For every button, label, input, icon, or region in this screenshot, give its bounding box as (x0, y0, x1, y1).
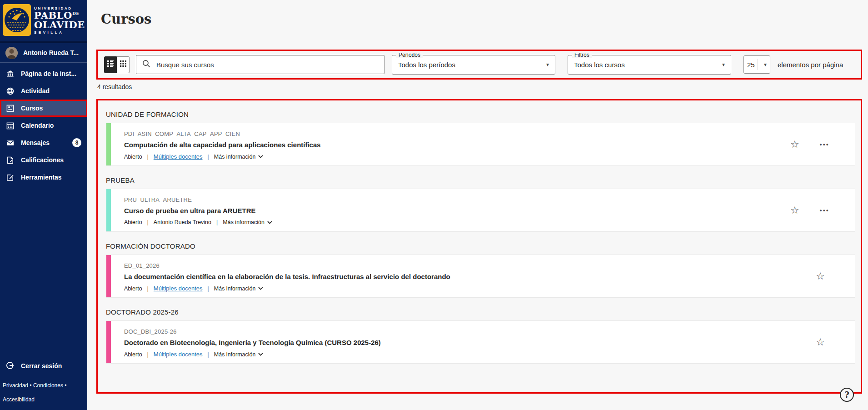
separator: | (208, 154, 209, 160)
chevron-down-icon (267, 221, 272, 224)
user-name: Antonio Rueda T... (23, 49, 79, 56)
sidebar: UNIVERSIDAD PABLODE OLAVIDE SEVILLA Anto… (0, 0, 87, 410)
course-meta: Abierto | Múltiples docentes | Más infor… (124, 153, 788, 160)
card-actions: ☆ (813, 321, 855, 363)
course-title-link[interactable]: Computación de alta capacidad para aplic… (124, 141, 788, 149)
page-size-select[interactable]: 25 ▾ (743, 55, 770, 74)
grid-view-button[interactable] (117, 56, 130, 73)
separator: | (216, 219, 218, 225)
list-view-button[interactable] (104, 56, 117, 73)
search-icon (142, 60, 150, 70)
periods-select[interactable]: Períodos Todos los períodos ▾ (392, 55, 555, 75)
institution-icon (6, 70, 14, 78)
course-card: DOC_DBI_2025-26 Doctorado en Biotecnolog… (106, 320, 855, 364)
course-color-stripe (106, 255, 111, 297)
chevron-down-icon: ▾ (722, 61, 725, 68)
favorite-star-button[interactable]: ☆ (788, 205, 802, 216)
favorite-star-button[interactable]: ☆ (813, 337, 828, 348)
sidebar-user[interactable]: Antonio Rueda T... (0, 43, 87, 63)
sidebar-item-institution-page[interactable]: Página de la inst... (0, 65, 87, 82)
help-button[interactable]: ? (840, 388, 854, 402)
results-count: 4 resultados (97, 83, 862, 90)
periods-value: Todos los períodos (398, 61, 455, 69)
page-size-value: 25 (747, 61, 755, 69)
courses-toolbar: Períodos Todos los períodos ▾ Filtros To… (96, 50, 862, 80)
chevron-down-icon: ▾ (546, 61, 549, 68)
instructors-link[interactable]: Múltiples docentes (154, 285, 203, 292)
logout-button[interactable]: Cerrar sesión (0, 357, 87, 375)
separator: | (208, 351, 209, 358)
course-search (136, 55, 384, 74)
more-info-toggle[interactable]: Más información (214, 154, 264, 160)
card-menu-button[interactable]: ••• (817, 140, 832, 148)
card-actions: ☆ ••• (788, 189, 855, 231)
instructors-link[interactable]: Múltiples docentes (154, 351, 203, 358)
card-actions: ☆ ••• (788, 123, 855, 165)
sidebar-item-messages[interactable]: Mensajes 8 (0, 134, 87, 151)
more-info-toggle[interactable]: Más información (214, 285, 264, 292)
logout-label: Cerrar sesión (21, 362, 62, 370)
sidebar-item-label: Herramientas (21, 174, 62, 181)
course-card: PRU_ULTRA_ARUETRE Curso de prueba en ult… (106, 189, 855, 232)
sidebar-item-grades[interactable]: Calificaciones (0, 151, 87, 169)
separator: | (208, 285, 209, 292)
more-info-label: Más información (214, 285, 256, 292)
grid-view-icon (120, 60, 127, 69)
instructors-link[interactable]: Múltiples docentes (154, 153, 203, 160)
chevron-down-icon (258, 287, 263, 290)
course-status: Abierto (124, 351, 142, 358)
envelope-icon (6, 139, 14, 147)
separator: | (147, 351, 149, 358)
card-menu-button[interactable]: ••• (817, 206, 832, 214)
course-color-stripe (106, 321, 111, 363)
more-info-label: Más información (214, 154, 256, 160)
course-card-body: PRU_ULTRA_ARUETRE Curso de prueba en ult… (111, 189, 788, 231)
sidebar-nav: Página de la inst... Actividad Cursos Ca… (0, 63, 87, 186)
accessibility-link[interactable]: Accesibilidad (0, 396, 87, 403)
course-color-stripe (106, 123, 111, 165)
sidebar-item-calendar[interactable]: Calendario (0, 117, 87, 134)
tools-icon (6, 174, 14, 181)
more-info-toggle[interactable]: Más información (214, 351, 264, 358)
course-status: Abierto (124, 219, 142, 225)
course-card-body: ED_01_2026 La documentación científica e… (111, 255, 813, 297)
university-logo-text: UNIVERSIDAD PABLODE OLAVIDE SEVILLA (34, 7, 85, 35)
university-logo[interactable]: UNIVERSIDAD PABLODE OLAVIDE SEVILLA (0, 0, 87, 43)
course-code: DOC_DBI_2025-26 (124, 328, 813, 335)
sidebar-item-courses[interactable]: Cursos (0, 100, 87, 117)
course-meta: Abierto | Múltiples docentes | Más infor… (124, 351, 813, 358)
search-input[interactable] (155, 60, 378, 69)
sidebar-item-label: Página de la inst... (21, 70, 76, 77)
privacy-terms-links[interactable]: Privacidad • Condiciones • (0, 382, 87, 389)
course-status: Abierto (124, 285, 142, 292)
separator: | (147, 285, 149, 292)
instructor-name: Antonio Rueda Trevino (154, 219, 211, 225)
avatar (5, 47, 18, 59)
course-card: ED_01_2026 La documentación científica e… (106, 255, 855, 298)
course-title-link[interactable]: Doctorado en Biotecnología, Ingeniería y… (124, 339, 813, 346)
main-content: Cursos Períodos Todos los períodos (87, 0, 868, 410)
chevron-down-icon (258, 353, 263, 356)
sidebar-bottom: Cerrar sesión Privacidad • Condiciones •… (0, 357, 87, 410)
course-code: ED_01_2026 (124, 262, 813, 269)
favorite-star-button[interactable]: ☆ (788, 139, 802, 150)
more-info-label: Más información (223, 219, 264, 225)
course-color-stripe (106, 189, 111, 231)
course-meta: Abierto | Antonio Rueda Trevino | Más in… (124, 219, 788, 225)
course-code: PRU_ULTRA_ARUETRE (124, 196, 788, 203)
filters-select[interactable]: Filtros Todos los cursos ▾ (568, 55, 731, 75)
sidebar-item-label: Calificaciones (21, 156, 64, 164)
course-title-link[interactable]: Curso de prueba en ultra para ARUETRE (124, 207, 788, 215)
list-view-icon (107, 60, 114, 69)
sidebar-item-tools[interactable]: Herramientas (0, 169, 87, 186)
sidebar-item-label: Cursos (21, 105, 43, 112)
grades-icon (6, 156, 14, 164)
more-info-toggle[interactable]: Más información (223, 219, 272, 225)
sidebar-item-activity[interactable]: Actividad (0, 82, 87, 100)
separator: | (147, 154, 149, 160)
favorite-star-button[interactable]: ☆ (813, 271, 828, 282)
filters-value: Todos los cursos (574, 61, 625, 69)
course-title-link[interactable]: La documentación científica en la elabor… (124, 273, 813, 280)
course-card-body: PDI_ASIN_COMP_ALTA_CAP_APP_CIEN Computac… (111, 123, 788, 165)
chevron-down-icon: ▾ (764, 61, 767, 68)
